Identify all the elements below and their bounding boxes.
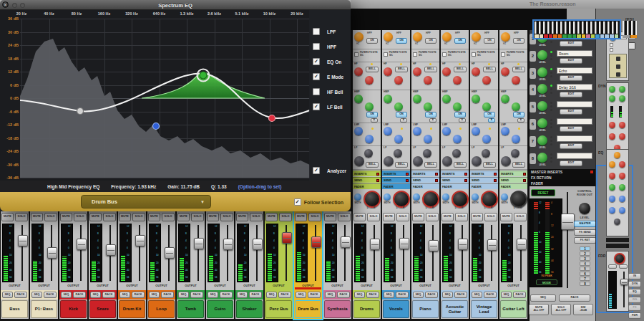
channel-name[interactable]: Bass bbox=[1, 300, 28, 318]
solo-button[interactable]: SOLO bbox=[426, 213, 439, 221]
fader-handle[interactable] bbox=[165, 247, 175, 259]
fader-track[interactable] bbox=[315, 225, 316, 281]
fader-track[interactable] bbox=[520, 225, 522, 281]
fader-track[interactable] bbox=[344, 225, 346, 281]
eq-graph[interactable]: 20 Hz40 Hz80 Hz160 Hz320 Hz640 Hz1.3 kHz… bbox=[0, 10, 351, 181]
channel-name[interactable]: Loop bbox=[148, 300, 175, 318]
mute-button[interactable]: MUTE bbox=[412, 213, 424, 221]
seq-button[interactable]: SEQ bbox=[178, 292, 189, 298]
fader-handle[interactable] bbox=[370, 239, 380, 250]
fader-handle[interactable] bbox=[458, 239, 468, 250]
solo-button[interactable]: SOLO bbox=[484, 213, 497, 221]
mute-button[interactable]: MUTE bbox=[148, 213, 160, 221]
seq-button[interactable]: SEQ bbox=[31, 292, 42, 298]
channel-name[interactable]: Drum Bus bbox=[295, 300, 321, 318]
fader-handle[interactable] bbox=[106, 244, 116, 256]
fader-handle[interactable] bbox=[399, 238, 409, 249]
fader-handle[interactable] bbox=[194, 238, 204, 249]
rack-button[interactable]: RACK bbox=[513, 292, 526, 298]
rack-button[interactable]: RACK bbox=[161, 292, 174, 298]
channel-name[interactable]: Synthasia bbox=[324, 300, 351, 318]
solo-button[interactable]: SOLO bbox=[162, 213, 175, 221]
rack-button[interactable]: RACK bbox=[396, 292, 409, 298]
seq-button[interactable]: SEQ bbox=[413, 292, 424, 298]
rack-button[interactable]: RACK bbox=[14, 292, 27, 298]
eq-option-lpf-box[interactable] bbox=[313, 28, 320, 35]
fader-handle[interactable] bbox=[18, 235, 28, 246]
mute-button[interactable]: MUTE bbox=[236, 213, 248, 221]
rack-button[interactable]: RACK bbox=[278, 292, 291, 298]
fader-track[interactable] bbox=[256, 225, 258, 281]
fader-track[interactable] bbox=[403, 225, 404, 281]
eq-option-lpf[interactable]: LPF bbox=[313, 28, 336, 35]
mute-button[interactable]: MUTE bbox=[207, 213, 219, 221]
channel-name[interactable]: Kick bbox=[60, 300, 87, 318]
mute-button[interactable]: MUTE bbox=[353, 213, 366, 221]
rack-button[interactable]: RACK bbox=[366, 292, 379, 298]
mute-button[interactable]: MUTE bbox=[500, 213, 512, 221]
mute-button[interactable]: MUTE bbox=[471, 213, 483, 221]
eq-option-analyzer[interactable]: ✓Analyzer bbox=[313, 167, 346, 174]
mute-button[interactable]: MUTE bbox=[119, 213, 131, 221]
rack-button[interactable]: RACK bbox=[337, 292, 350, 298]
fader-handle[interactable] bbox=[253, 239, 263, 250]
fader-handle[interactable] bbox=[135, 235, 145, 246]
seq-button[interactable]: SEQ bbox=[325, 292, 336, 298]
seq-button[interactable]: SEQ bbox=[61, 292, 72, 298]
solo-button[interactable]: SOLO bbox=[455, 213, 468, 221]
mute-button[interactable]: MUTE bbox=[177, 213, 190, 221]
mute-button[interactable]: MUTE bbox=[295, 213, 307, 221]
channel-name[interactable]: Vocals bbox=[383, 300, 409, 318]
fader-handle[interactable] bbox=[282, 232, 292, 244]
channel-name[interactable]: Tamb bbox=[177, 300, 204, 318]
solo-button[interactable]: SOLO bbox=[308, 213, 321, 221]
fader-handle[interactable] bbox=[311, 236, 321, 248]
mute-button[interactable]: MUTE bbox=[441, 213, 454, 221]
rack-button[interactable]: RACK bbox=[73, 292, 86, 298]
mute-button[interactable]: MUTE bbox=[1, 213, 14, 221]
fader-handle[interactable] bbox=[429, 240, 439, 251]
solo-button[interactable]: SOLO bbox=[103, 213, 116, 221]
fader-track[interactable] bbox=[432, 225, 434, 281]
rack-button[interactable]: RACK bbox=[484, 292, 497, 298]
eq-option-analyzer-box[interactable]: ✓ bbox=[313, 167, 320, 174]
fader-track[interactable] bbox=[139, 225, 140, 281]
solo-button[interactable]: SOLO bbox=[396, 213, 409, 221]
eq-option-e-mode-box[interactable]: ✓ bbox=[313, 73, 320, 80]
eq-option-hf-bell[interactable]: HF Bell bbox=[313, 88, 343, 95]
solo-button[interactable]: SOLO bbox=[44, 213, 57, 221]
rack-button[interactable]: RACK bbox=[220, 292, 233, 298]
eq-option-hpf[interactable]: HPF bbox=[313, 43, 336, 50]
mute-button[interactable]: MUTE bbox=[89, 213, 102, 221]
seq-button[interactable]: SEQ bbox=[384, 292, 394, 298]
follow-selection-box[interactable]: ✓ bbox=[294, 198, 301, 206]
eq-option-e-mode[interactable]: ✓E Mode bbox=[313, 73, 343, 80]
channel-name[interactable]: Piano bbox=[412, 300, 439, 318]
channel-name[interactable]: Drum Kit bbox=[119, 300, 145, 318]
eq-option-lf-bell[interactable]: ✓LF Bell bbox=[313, 103, 343, 110]
channel-name[interactable]: Guiro bbox=[207, 300, 233, 318]
channel-name[interactable]: P1: Bass bbox=[31, 300, 57, 318]
seq-button[interactable]: SEQ bbox=[354, 292, 365, 298]
eq-option-eq-on[interactable]: ✓EQ On bbox=[313, 58, 341, 65]
seq-button[interactable]: SEQ bbox=[149, 292, 160, 298]
fader-handle[interactable] bbox=[223, 239, 233, 250]
mute-button[interactable]: MUTE bbox=[383, 213, 395, 221]
channel-select-dropdown[interactable]: Drum Bus ▼ bbox=[81, 195, 211, 209]
mute-button[interactable]: MUTE bbox=[60, 213, 72, 221]
seq-button[interactable]: SEQ bbox=[501, 292, 512, 298]
fader-track[interactable] bbox=[21, 225, 23, 281]
rack-button[interactable]: RACK bbox=[249, 292, 262, 298]
solo-button[interactable]: SOLO bbox=[132, 213, 145, 221]
solo-button[interactable]: SOLO bbox=[74, 213, 87, 221]
rack-button[interactable]: RACK bbox=[44, 292, 57, 298]
eq-option-lf-bell-box[interactable]: ✓ bbox=[313, 103, 320, 110]
channel-name[interactable]: Acoustic Guitar bbox=[441, 300, 468, 318]
fader-track[interactable] bbox=[462, 225, 463, 281]
solo-button[interactable]: SOLO bbox=[338, 213, 351, 221]
channel-name[interactable]: Drums bbox=[353, 300, 380, 318]
fader-handle[interactable] bbox=[341, 236, 351, 248]
eq-option-hpf-box[interactable] bbox=[313, 43, 320, 50]
seq-button[interactable]: SEQ bbox=[296, 292, 306, 298]
channel-name[interactable]: Guitar Left bbox=[500, 300, 527, 318]
